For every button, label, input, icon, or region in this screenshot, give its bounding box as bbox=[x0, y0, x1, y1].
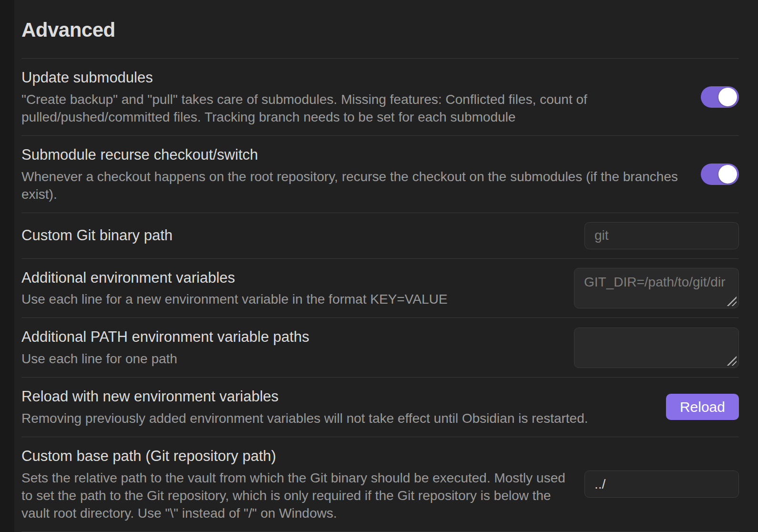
setting-submodule-recurse: Submodule recurse checkout/switch Whenev… bbox=[21, 135, 739, 213]
custom-base-path-input[interactable] bbox=[584, 471, 739, 498]
setting-control bbox=[701, 86, 739, 108]
textarea-wrap bbox=[574, 268, 739, 308]
page-title: Advanced bbox=[21, 0, 739, 58]
setting-reload-env: Reload with new environment variables Re… bbox=[21, 377, 739, 437]
setting-control bbox=[574, 327, 739, 368]
setting-git-binary-path: Custom Git binary path bbox=[21, 213, 739, 258]
setting-info: Additional PATH environment variable pat… bbox=[21, 327, 558, 368]
setting-control bbox=[574, 268, 739, 308]
setting-description: Sets the relative path to the vault from… bbox=[21, 470, 568, 522]
setting-info: Update submodules "Create backup" and "p… bbox=[21, 68, 685, 126]
setting-name: Custom Git binary path bbox=[21, 225, 568, 246]
setting-info: Custom base path (Git repository path) S… bbox=[21, 446, 568, 522]
path-env-variables-textarea[interactable] bbox=[574, 327, 739, 368]
toggle-knob bbox=[718, 165, 737, 184]
setting-name: Submodule recurse checkout/switch bbox=[21, 145, 685, 165]
setting-control bbox=[584, 222, 739, 249]
setting-path-env-variables: Additional PATH environment variable pat… bbox=[21, 317, 739, 377]
setting-info: Custom Git binary path bbox=[21, 225, 568, 246]
setting-update-submodules: Update submodules "Create backup" and "p… bbox=[21, 58, 739, 135]
setting-description: Whenever a checkout happens on the root … bbox=[21, 168, 685, 204]
toggle-knob bbox=[718, 88, 737, 106]
setting-name: Additional PATH environment variable pat… bbox=[21, 327, 558, 347]
setting-custom-base-path: Custom base path (Git repository path) S… bbox=[21, 437, 739, 532]
setting-info: Submodule recurse checkout/switch Whenev… bbox=[21, 145, 685, 204]
setting-control: Reload bbox=[666, 394, 739, 420]
setting-control bbox=[701, 164, 739, 185]
setting-env-variables: Additional environment variables Use eac… bbox=[21, 258, 739, 318]
setting-control bbox=[584, 471, 739, 498]
env-variables-textarea[interactable] bbox=[574, 268, 739, 308]
setting-description: Use each line for one path bbox=[21, 350, 558, 368]
setting-description: Removing previously added environment va… bbox=[21, 410, 650, 428]
textarea-wrap bbox=[574, 327, 739, 368]
setting-info: Additional environment variables Use eac… bbox=[21, 268, 558, 309]
setting-name: Custom base path (Git repository path) bbox=[21, 446, 568, 466]
reload-button[interactable]: Reload bbox=[666, 394, 739, 420]
setting-name: Reload with new environment variables bbox=[21, 387, 650, 407]
update-submodules-toggle[interactable] bbox=[701, 86, 739, 108]
setting-description: "Create backup" and "pull" takes care of… bbox=[21, 91, 685, 126]
setting-name: Additional environment variables bbox=[21, 268, 558, 288]
setting-description: Use each line for a new environment vari… bbox=[21, 291, 558, 308]
submodule-recurse-toggle[interactable] bbox=[701, 164, 739, 185]
setting-name: Update submodules bbox=[21, 68, 685, 88]
git-binary-path-input[interactable] bbox=[584, 222, 739, 249]
setting-info: Reload with new environment variables Re… bbox=[21, 387, 650, 428]
settings-pane: Advanced Update submodules "Create backu… bbox=[14, 0, 758, 532]
